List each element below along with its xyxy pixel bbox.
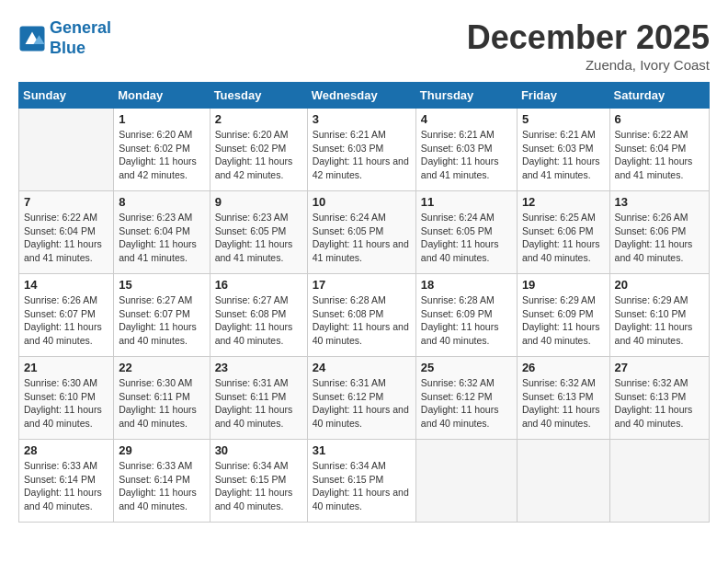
day-info: Sunrise: 6:22 AMSunset: 6:04 PMDaylight:… (24, 211, 108, 265)
day-info: Sunrise: 6:31 AMSunset: 6:12 PMDaylight:… (313, 376, 411, 431)
day-number: 8 (119, 195, 204, 209)
day-info: Sunrise: 6:29 AMSunset: 6:10 PMDaylight:… (615, 293, 704, 348)
day-info: Sunrise: 6:20 AMSunset: 6:02 PMDaylight:… (119, 128, 204, 182)
day-number: 6 (615, 112, 704, 126)
day-number: 14 (24, 278, 108, 292)
weekday-header: Saturday (609, 83, 709, 109)
day-info: Sunrise: 6:32 AMSunset: 6:12 PMDaylight:… (421, 376, 512, 431)
day-info: Sunrise: 6:21 AMSunset: 6:03 PMDaylight:… (421, 128, 512, 182)
calendar-cell: 15Sunrise: 6:27 AMSunset: 6:07 PMDayligh… (114, 274, 210, 357)
month-title: December 2025 (467, 18, 710, 57)
day-info: Sunrise: 6:26 AMSunset: 6:06 PMDaylight:… (615, 211, 704, 265)
calendar-cell: 13Sunrise: 6:26 AMSunset: 6:06 PMDayligh… (609, 191, 709, 274)
day-number: 16 (215, 278, 302, 292)
day-number: 28 (24, 443, 108, 457)
calendar-cell: 14Sunrise: 6:26 AMSunset: 6:07 PMDayligh… (19, 274, 114, 357)
weekday-header: Thursday (415, 83, 517, 109)
calendar-cell: 7Sunrise: 6:22 AMSunset: 6:04 PMDaylight… (19, 191, 114, 274)
calendar-cell: 21Sunrise: 6:30 AMSunset: 6:10 PMDayligh… (19, 357, 114, 440)
day-info: Sunrise: 6:28 AMSunset: 6:09 PMDaylight:… (421, 293, 512, 348)
day-number: 18 (421, 278, 512, 292)
day-info: Sunrise: 6:32 AMSunset: 6:13 PMDaylight:… (615, 376, 704, 431)
calendar-week-row: 14Sunrise: 6:26 AMSunset: 6:07 PMDayligh… (19, 274, 710, 357)
logo-line2: Blue (50, 39, 85, 57)
calendar-table: SundayMondayTuesdayWednesdayThursdayFrid… (18, 82, 710, 523)
day-number: 9 (215, 195, 302, 209)
calendar-cell: 27Sunrise: 6:32 AMSunset: 6:13 PMDayligh… (609, 357, 709, 440)
day-number: 3 (313, 112, 411, 126)
day-info: Sunrise: 6:30 AMSunset: 6:11 PMDaylight:… (119, 376, 204, 431)
calendar-cell: 9Sunrise: 6:23 AMSunset: 6:05 PMDaylight… (210, 191, 307, 274)
day-number: 2 (215, 112, 302, 126)
calendar-cell: 26Sunrise: 6:32 AMSunset: 6:13 PMDayligh… (517, 357, 609, 440)
calendar-week-row: 28Sunrise: 6:33 AMSunset: 6:14 PMDayligh… (19, 440, 710, 523)
day-number: 31 (313, 443, 411, 457)
calendar-cell: 8Sunrise: 6:23 AMSunset: 6:04 PMDaylight… (114, 191, 210, 274)
day-number: 17 (313, 278, 411, 292)
weekday-header-row: SundayMondayTuesdayWednesdayThursdayFrid… (19, 83, 710, 109)
calendar-cell: 11Sunrise: 6:24 AMSunset: 6:05 PMDayligh… (415, 191, 517, 274)
day-number: 20 (615, 278, 704, 292)
day-info: Sunrise: 6:28 AMSunset: 6:08 PMDaylight:… (313, 293, 411, 348)
calendar-cell: 1Sunrise: 6:20 AMSunset: 6:02 PMDaylight… (114, 109, 210, 191)
day-number: 29 (119, 443, 204, 457)
day-info: Sunrise: 6:34 AMSunset: 6:15 PMDaylight:… (313, 459, 411, 513)
day-info: Sunrise: 6:31 AMSunset: 6:11 PMDaylight:… (215, 376, 302, 431)
calendar-cell: 30Sunrise: 6:34 AMSunset: 6:15 PMDayligh… (210, 440, 307, 523)
day-number: 7 (24, 195, 108, 209)
calendar-cell: 2Sunrise: 6:20 AMSunset: 6:02 PMDaylight… (210, 109, 307, 191)
weekday-header: Tuesday (210, 83, 307, 109)
day-info: Sunrise: 6:30 AMSunset: 6:10 PMDaylight:… (24, 376, 108, 431)
calendar-cell: 3Sunrise: 6:21 AMSunset: 6:03 PMDaylight… (307, 109, 415, 191)
day-info: Sunrise: 6:29 AMSunset: 6:09 PMDaylight:… (522, 293, 605, 348)
calendar-cell: 31Sunrise: 6:34 AMSunset: 6:15 PMDayligh… (307, 440, 415, 523)
calendar-cell: 4Sunrise: 6:21 AMSunset: 6:03 PMDaylight… (415, 109, 517, 191)
day-number: 12 (522, 195, 605, 209)
day-number: 4 (421, 112, 512, 126)
day-number: 15 (119, 278, 204, 292)
calendar-cell: 24Sunrise: 6:31 AMSunset: 6:12 PMDayligh… (307, 357, 415, 440)
logo: General Blue (18, 18, 111, 58)
day-info: Sunrise: 6:26 AMSunset: 6:07 PMDaylight:… (24, 293, 108, 348)
day-info: Sunrise: 6:27 AMSunset: 6:08 PMDaylight:… (215, 293, 302, 348)
calendar-week-row: 1Sunrise: 6:20 AMSunset: 6:02 PMDaylight… (19, 109, 710, 191)
day-number: 22 (119, 361, 204, 374)
calendar-cell (517, 440, 609, 523)
weekday-header: Monday (114, 83, 210, 109)
day-info: Sunrise: 6:23 AMSunset: 6:05 PMDaylight:… (215, 211, 302, 265)
day-info: Sunrise: 6:23 AMSunset: 6:04 PMDaylight:… (119, 211, 204, 265)
logo-text: General Blue (50, 18, 111, 58)
day-info: Sunrise: 6:20 AMSunset: 6:02 PMDaylight:… (215, 128, 302, 182)
day-info: Sunrise: 6:25 AMSunset: 6:06 PMDaylight:… (522, 211, 605, 265)
logo-icon (18, 25, 46, 52)
day-info: Sunrise: 6:21 AMSunset: 6:03 PMDaylight:… (313, 128, 411, 182)
day-number: 10 (313, 195, 411, 209)
calendar-cell: 18Sunrise: 6:28 AMSunset: 6:09 PMDayligh… (415, 274, 517, 357)
calendar-cell: 19Sunrise: 6:29 AMSunset: 6:09 PMDayligh… (517, 274, 609, 357)
day-number: 25 (421, 361, 512, 374)
calendar-cell (415, 440, 517, 523)
calendar-cell: 29Sunrise: 6:33 AMSunset: 6:14 PMDayligh… (114, 440, 210, 523)
day-info: Sunrise: 6:24 AMSunset: 6:05 PMDaylight:… (421, 211, 512, 265)
day-number: 19 (522, 278, 605, 292)
weekday-header: Wednesday (307, 83, 415, 109)
calendar-cell: 16Sunrise: 6:27 AMSunset: 6:08 PMDayligh… (210, 274, 307, 357)
calendar-cell: 20Sunrise: 6:29 AMSunset: 6:10 PMDayligh… (609, 274, 709, 357)
day-number: 5 (522, 112, 605, 126)
location: Zuenda, Ivory Coast (467, 57, 710, 73)
logo-line1: General (50, 18, 111, 37)
calendar-cell (609, 440, 709, 523)
day-number: 1 (119, 112, 204, 126)
day-info: Sunrise: 6:21 AMSunset: 6:03 PMDaylight:… (522, 128, 605, 182)
weekday-header: Sunday (19, 83, 114, 109)
calendar-cell: 17Sunrise: 6:28 AMSunset: 6:08 PMDayligh… (307, 274, 415, 357)
day-number: 13 (615, 195, 704, 209)
day-number: 30 (215, 443, 302, 457)
calendar-cell: 10Sunrise: 6:24 AMSunset: 6:05 PMDayligh… (307, 191, 415, 274)
calendar-cell: 6Sunrise: 6:22 AMSunset: 6:04 PMDaylight… (609, 109, 709, 191)
day-number: 21 (24, 361, 108, 374)
day-number: 27 (615, 361, 704, 374)
calendar-cell: 5Sunrise: 6:21 AMSunset: 6:03 PMDaylight… (517, 109, 609, 191)
day-number: 26 (522, 361, 605, 374)
calendar-cell: 23Sunrise: 6:31 AMSunset: 6:11 PMDayligh… (210, 357, 307, 440)
